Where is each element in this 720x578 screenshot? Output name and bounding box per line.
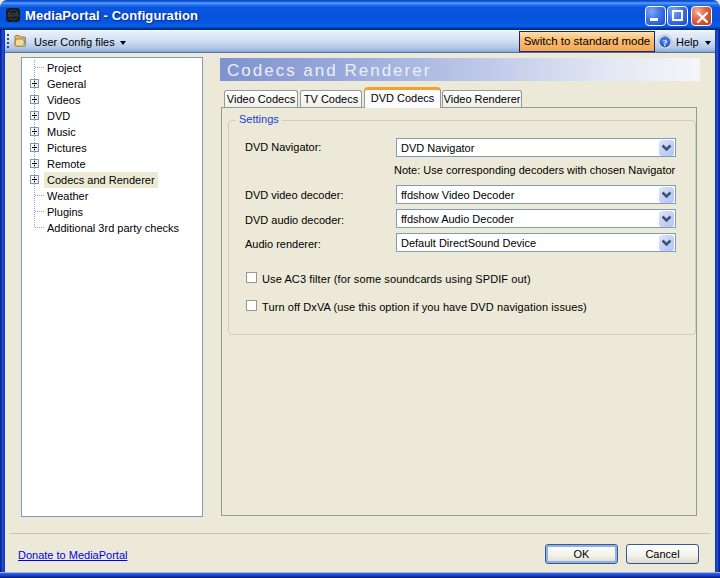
svg-text:?: ?	[663, 38, 668, 48]
svg-text:MP: MP	[9, 12, 18, 18]
